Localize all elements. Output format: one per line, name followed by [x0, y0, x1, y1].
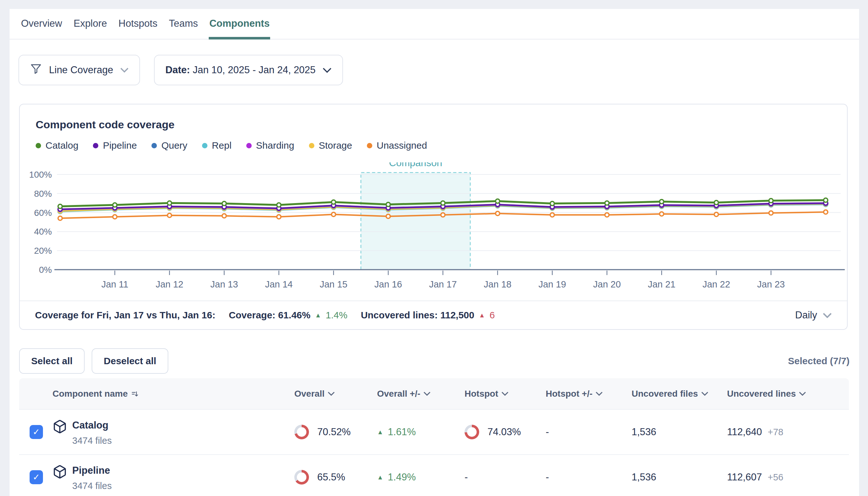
header-uncovered-files[interactable]: Uncovered files — [622, 389, 718, 399]
chevron-down-icon — [501, 391, 509, 396]
uncovered-lines-value: 112,640 — [727, 426, 762, 438]
component-cube-icon — [52, 464, 67, 479]
legend-label: Sharding — [256, 140, 294, 151]
component-name-block: Catalog 3474 files — [72, 419, 112, 446]
hotspot-value: 74.03% — [487, 426, 521, 438]
chart-title: Component code coverage — [36, 119, 174, 131]
overall-delta-value: 1.49% — [388, 471, 416, 483]
tab-bar: Overview Explore Hotspots Teams Componen… — [10, 9, 859, 40]
svg-text:60%: 60% — [34, 208, 52, 218]
legend-dot — [36, 143, 41, 148]
select-all-button[interactable]: Select all — [19, 348, 85, 374]
legend-item[interactable]: Query — [151, 140, 188, 151]
component-cube-icon — [52, 419, 67, 434]
overall-coverage-donut — [294, 470, 309, 484]
hotspot-value: - — [465, 471, 468, 483]
chevron-down-icon — [823, 313, 832, 318]
svg-text:Jan 15: Jan 15 — [320, 279, 348, 289]
component-file-count: 3474 files — [72, 435, 112, 446]
row-checkbox[interactable] — [30, 425, 43, 439]
svg-text:20%: 20% — [34, 246, 52, 255]
header-hotspot[interactable]: Hotspot — [455, 389, 536, 399]
svg-text:Jan 23: Jan 23 — [757, 279, 785, 289]
coverage-text: Coverage: 61.46% — [229, 310, 310, 321]
uncovered-lines-value: 112,607 — [727, 471, 762, 483]
comparison-summary: Coverage for Fri, Jan 17 vs Thu, Jan 16:… — [20, 300, 847, 329]
tab-overview[interactable]: Overview — [20, 18, 63, 39]
summary-uncovered: Uncovered lines: 112,500 ▲ 6 — [361, 310, 495, 321]
coverage-chart[interactable]: Comparison0%20%40%60%80%100%Jan 11Jan 12… — [20, 162, 848, 294]
legend-dot — [93, 143, 98, 148]
date-filter-text: Date: Jan 10, 2025 - Jan 24, 2025 — [165, 64, 316, 76]
table-header: Component name Overall Overall +/- Hotsp… — [19, 378, 849, 409]
granularity-dropdown[interactable]: Daily — [795, 309, 832, 321]
overall-delta-value: 1.61% — [388, 426, 416, 438]
legend-label: Repl — [212, 140, 231, 151]
component-name: Pipeline — [72, 464, 112, 476]
table-row[interactable]: Catalog 3474 files 70.52% ▲1.61% 74.03% … — [19, 409, 849, 454]
legend-item[interactable]: Unassigned — [367, 140, 427, 151]
header-overall-delta[interactable]: Overall +/- — [368, 389, 455, 399]
tab-explore[interactable]: Explore — [73, 18, 108, 39]
legend-dot — [246, 143, 252, 148]
legend-dot — [202, 143, 207, 148]
legend-item[interactable]: Storage — [309, 140, 352, 151]
selection-row: Select all Deselect all Selected (7/7) — [19, 348, 850, 374]
legend-item[interactable]: Catalog — [36, 140, 78, 151]
coverage-type-label: Line Coverage — [49, 64, 113, 76]
funnel-icon — [30, 63, 42, 77]
tab-components[interactable]: Components — [209, 18, 270, 39]
legend-dot — [151, 143, 157, 148]
svg-text:Jan 11: Jan 11 — [101, 279, 128, 289]
svg-text:80%: 80% — [34, 189, 52, 199]
header-hotspot-delta[interactable]: Hotspot +/- — [536, 389, 622, 399]
coverage-chart-card: Component code coverage CatalogPipelineQ… — [19, 104, 848, 330]
legend-item[interactable]: Pipeline — [93, 140, 137, 151]
svg-text:Jan 16: Jan 16 — [374, 279, 402, 289]
overall-value: 65.5% — [317, 471, 345, 483]
chart-legend: CatalogPipelineQueryReplShardingStorageU… — [36, 140, 427, 151]
row-checkbox[interactable] — [30, 470, 43, 484]
hotspot-delta-value: - — [546, 426, 549, 438]
date-range-filter[interactable]: Date: Jan 10, 2025 - Jan 24, 2025 — [154, 55, 343, 85]
triangle-up-icon: ▲ — [479, 312, 485, 319]
legend-label: Catalog — [46, 140, 78, 151]
header-uncovered-lines[interactable]: Uncovered lines — [718, 389, 849, 399]
table-row[interactable]: Pipeline 3474 files 65.5% ▲1.49% - - 1,5… — [19, 454, 849, 496]
hotspot-delta-value: - — [546, 471, 549, 483]
chevron-down-icon — [701, 391, 708, 396]
legend-item[interactable]: Repl — [202, 140, 231, 151]
component-name: Catalog — [72, 419, 112, 431]
svg-text:Jan 13: Jan 13 — [210, 279, 238, 289]
header-component-name[interactable]: Component name — [43, 389, 285, 399]
tab-teams[interactable]: Teams — [168, 18, 198, 39]
tab-hotspots[interactable]: Hotspots — [118, 18, 158, 39]
svg-text:100%: 100% — [29, 170, 52, 180]
overall-value: 70.52% — [317, 426, 351, 438]
svg-text:Comparison: Comparison — [389, 162, 442, 168]
chevron-down-icon — [328, 391, 335, 396]
date-range-value: Jan 10, 2025 - Jan 24, 2025 — [190, 64, 316, 75]
coverage-delta: 1.4% — [325, 310, 347, 321]
coverage-type-filter[interactable]: Line Coverage — [18, 55, 140, 85]
chevron-down-icon — [423, 391, 431, 396]
svg-text:Jan 20: Jan 20 — [593, 279, 621, 289]
sort-descending-icon — [131, 390, 139, 398]
component-name-block: Pipeline 3474 files — [72, 464, 112, 491]
legend-item[interactable]: Sharding — [246, 140, 294, 151]
chevron-down-icon — [799, 391, 806, 396]
header-overall[interactable]: Overall — [285, 389, 368, 399]
svg-text:Jan 21: Jan 21 — [648, 279, 675, 289]
svg-text:Jan 18: Jan 18 — [484, 279, 511, 289]
deselect-all-button[interactable]: Deselect all — [92, 348, 168, 374]
uncovered-files-value: 1,536 — [631, 471, 656, 483]
svg-text:Jan 19: Jan 19 — [539, 279, 566, 289]
chevron-down-icon — [323, 67, 332, 73]
uncovered-files-value: 1,536 — [631, 426, 656, 438]
legend-label: Query — [161, 140, 188, 151]
uncovered-delta: 6 — [490, 310, 495, 321]
summary-coverage: Coverage: 61.46% ▲ 1.4% — [229, 310, 348, 321]
hotspot-coverage-donut — [465, 425, 479, 439]
components-table: Component name Overall Overall +/- Hotsp… — [19, 378, 849, 496]
legend-label: Storage — [319, 140, 352, 151]
